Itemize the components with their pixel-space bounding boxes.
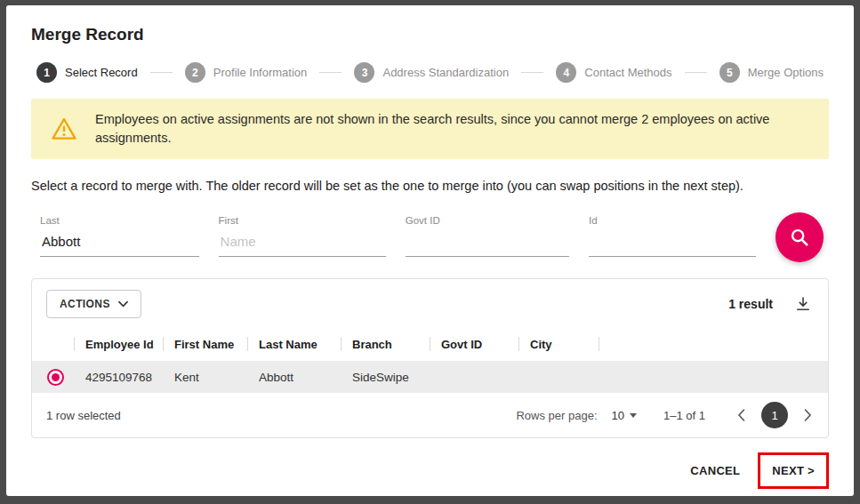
chevron-left-icon bbox=[737, 409, 745, 421]
stepper-step-contact-methods[interactable]: 4 Contact Methods bbox=[556, 62, 671, 83]
first-name-label: First bbox=[219, 215, 386, 226]
caret-down-icon bbox=[630, 413, 637, 418]
chevron-right-icon bbox=[804, 409, 812, 421]
next-button[interactable]: NEXT > bbox=[763, 457, 824, 484]
id-input[interactable] bbox=[589, 232, 756, 257]
column-header-employee-id[interactable]: Employee Id bbox=[75, 327, 164, 361]
pagination-range: 1–1 of 1 bbox=[663, 409, 705, 422]
dialog-actions: CANCEL NEXT > bbox=[31, 438, 829, 489]
page-1-button[interactable]: 1 bbox=[761, 402, 788, 428]
last-name-label: Last bbox=[40, 215, 199, 226]
search-form: Last First Govt ID Id bbox=[31, 212, 829, 257]
column-header-govt-id[interactable]: Govt ID bbox=[430, 327, 519, 361]
cell-branch: SideSwipe bbox=[342, 371, 430, 384]
table-header-row: Employee Id First Name Last Name Branch … bbox=[32, 327, 828, 361]
id-label: Id bbox=[589, 215, 756, 226]
merge-record-dialog: Merge Record 1 Select Record 2 Profile I… bbox=[6, 5, 854, 496]
rows-per-page-value: 10 bbox=[612, 409, 624, 422]
step-number-badge: 3 bbox=[354, 62, 374, 83]
stepper-connector bbox=[685, 72, 707, 73]
stepper-step-merge-options[interactable]: 5 Merge Options bbox=[719, 62, 824, 83]
table-toolbar: ACTIONS 1 result bbox=[32, 279, 828, 327]
govt-id-input[interactable] bbox=[406, 232, 569, 257]
toolbar-right: 1 result bbox=[728, 293, 814, 315]
pagination-controls: Rows per page: 10 1–1 of 1 1 bbox=[516, 402, 816, 428]
row-radio-cell bbox=[32, 369, 75, 386]
step-number-badge: 4 bbox=[556, 62, 576, 83]
next-page-button[interactable] bbox=[800, 405, 816, 425]
id-field-group: Id bbox=[589, 215, 756, 257]
column-header-last-name[interactable]: Last Name bbox=[248, 327, 342, 361]
actions-button-label: ACTIONS bbox=[60, 298, 110, 310]
search-button[interactable] bbox=[776, 212, 824, 262]
step-number-badge: 5 bbox=[719, 62, 740, 83]
actions-dropdown-button[interactable]: ACTIONS bbox=[46, 290, 141, 318]
stepper-connector bbox=[319, 72, 342, 73]
govt-id-label: Govt ID bbox=[406, 215, 569, 226]
rows-per-page-label: Rows per page: bbox=[516, 409, 597, 422]
step-label: Contact Methods bbox=[584, 66, 671, 79]
rows-per-page-select[interactable]: 10 bbox=[612, 409, 637, 422]
cell-first-name: Kent bbox=[164, 371, 248, 384]
column-header-branch[interactable]: Branch bbox=[342, 327, 430, 361]
warning-banner: Employees on active assignments are not … bbox=[31, 99, 829, 159]
result-count: 1 result bbox=[728, 297, 773, 311]
column-header-select bbox=[32, 327, 75, 361]
step-number-badge: 1 bbox=[36, 62, 57, 83]
column-header-city[interactable]: City bbox=[519, 327, 599, 361]
step-label: Profile Information bbox=[213, 66, 308, 79]
column-header-first-name[interactable]: First Name bbox=[164, 327, 248, 361]
results-table: ACTIONS 1 result Emplo bbox=[31, 278, 829, 438]
last-name-input[interactable] bbox=[40, 232, 199, 257]
last-name-field-group: Last bbox=[40, 215, 199, 257]
stepper-connector bbox=[150, 72, 173, 73]
search-icon bbox=[788, 226, 811, 249]
step-label: Address Standardization bbox=[382, 66, 509, 79]
page-title: Merge Record bbox=[31, 25, 829, 44]
cancel-button[interactable]: CANCEL bbox=[681, 457, 749, 484]
stepper-step-profile-information[interactable]: 2 Profile Information bbox=[185, 62, 308, 83]
warning-text: Employees on active assignments are not … bbox=[95, 110, 809, 148]
download-button[interactable] bbox=[792, 293, 814, 315]
rows-selected-text: 1 row selected bbox=[46, 409, 121, 422]
radio-dot bbox=[52, 373, 60, 381]
stepper-step-select-record[interactable]: 1 Select Record bbox=[36, 62, 138, 83]
cell-last-name: Abbott bbox=[248, 371, 342, 384]
step-label: Merge Options bbox=[748, 66, 824, 79]
row-radio-selected[interactable] bbox=[47, 369, 64, 386]
chevron-down-icon bbox=[118, 300, 128, 308]
annotation-highlight: NEXT > bbox=[758, 452, 829, 489]
download-icon bbox=[794, 295, 812, 313]
cell-employee-id: 4295109768 bbox=[75, 371, 164, 384]
warning-icon bbox=[51, 116, 77, 141]
first-name-input[interactable] bbox=[219, 232, 386, 257]
previous-page-button[interactable] bbox=[734, 405, 749, 425]
instruction-text: Select a record to merge with. The older… bbox=[31, 179, 829, 193]
stepper-connector bbox=[521, 72, 543, 73]
step-label: Select Record bbox=[65, 66, 138, 79]
govt-id-field-group: Govt ID bbox=[406, 215, 569, 257]
first-name-field-group: First bbox=[219, 215, 386, 257]
stepper: 1 Select Record 2 Profile Information 3 … bbox=[31, 62, 829, 83]
table-footer: 1 row selected Rows per page: 10 1–1 of … bbox=[32, 393, 828, 437]
stepper-step-address-standardization[interactable]: 3 Address Standardization bbox=[354, 62, 509, 83]
step-number-badge: 2 bbox=[185, 62, 205, 83]
table-row[interactable]: 4295109768 Kent Abbott SideSwipe bbox=[32, 361, 828, 393]
